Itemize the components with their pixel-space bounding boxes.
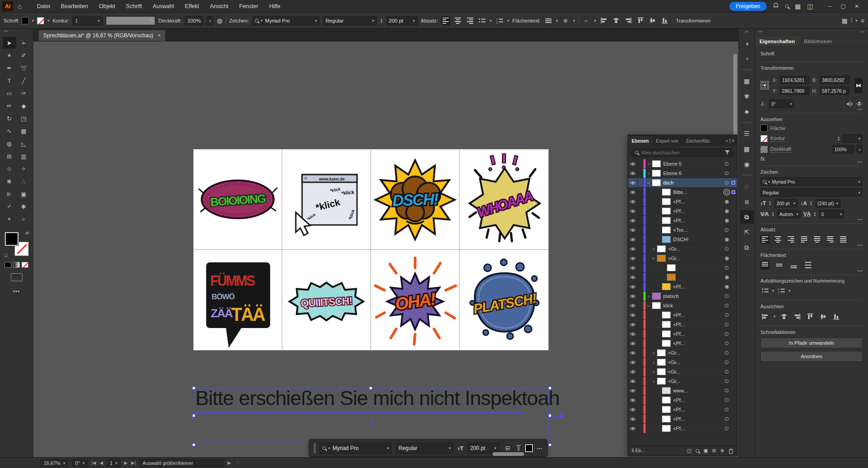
layer-name[interactable]: <Tex...	[673, 227, 723, 233]
visibility-eye-icon[interactable]	[628, 235, 638, 244]
target-circle-icon[interactable]	[723, 323, 731, 326]
drawing-mode-button[interactable]	[11, 273, 23, 281]
menu-hilfe[interactable]: Hilfe	[265, 1, 285, 11]
target-circle-icon[interactable]	[723, 190, 731, 194]
lock-column[interactable]	[638, 386, 643, 395]
layer-row-pf[interactable]: <Pf...	[628, 216, 737, 225]
layer-thumbnail[interactable]	[657, 378, 666, 385]
layer-row-gr[interactable]: ›<Gr...	[628, 377, 737, 386]
para-justify-center-button[interactable]	[813, 235, 822, 244]
visibility-eye-icon[interactable]	[628, 244, 638, 253]
canvas-text[interactable]: Bitte erschießen Sie mich nicht Inspekto…	[195, 387, 559, 410]
filter-funnel-icon[interactable]	[724, 150, 730, 155]
kontur-label[interactable]: Kontur	[770, 135, 785, 142]
para-align-right-button[interactable]	[787, 235, 796, 244]
symbol-sprayer-tool[interactable]: ❋	[3, 176, 16, 187]
props-collapse-left[interactable]: ««	[759, 30, 763, 35]
free-transform-tool[interactable]: ▦	[17, 125, 31, 137]
opacity-field[interactable]: 100%	[185, 16, 203, 25]
window-maximize-button[interactable]: ▢	[836, 0, 850, 12]
target-circle-icon[interactable]	[723, 332, 731, 336]
line-segment-tool[interactable]: ╱	[17, 75, 31, 86]
lock-column[interactable]	[638, 405, 643, 414]
new-sublayer-icon[interactable]: ⊞	[712, 448, 716, 454]
character-label[interactable]: Zeichen:	[229, 18, 249, 23]
layer-row-dsch[interactable]: ›dsch	[628, 178, 737, 188]
prop-align-hcenter-button[interactable]	[780, 312, 789, 321]
status-expand-icon[interactable]: ▶	[228, 460, 231, 465]
lock-column[interactable]	[638, 377, 643, 386]
layer-name[interactable]: <Gr...	[668, 246, 723, 252]
gradient-tool[interactable]: ▥	[17, 150, 31, 162]
control-menu-icon[interactable]: ≡	[861, 17, 864, 24]
artboard-tool[interactable]: ▣	[17, 188, 31, 200]
prop-align-top-button[interactable]	[806, 312, 815, 321]
layer-thumbnail[interactable]	[657, 255, 666, 262]
target-circle-icon[interactable]	[723, 294, 731, 298]
lock-column[interactable]	[638, 273, 643, 282]
align-vertical-middle-button[interactable]	[648, 16, 657, 25]
last-artboard-icon[interactable]: ▶|	[131, 460, 136, 465]
para-justify-right-button[interactable]	[826, 235, 835, 244]
tab-export-von[interactable]: Export von	[652, 136, 682, 145]
prop-align-bottom-button[interactable]	[832, 312, 841, 321]
stroke-color-swatch[interactable]	[37, 17, 44, 24]
layer-thumbnail[interactable]	[662, 217, 671, 224]
expand-arrow-icon[interactable]: ›	[646, 171, 652, 176]
make-mask-icon[interactable]: ▣	[703, 448, 708, 454]
toolbar-more-icon[interactable]: •••	[13, 288, 20, 295]
layer-row-pf[interactable]: <Pf...	[628, 197, 737, 207]
layer-thumbnail[interactable]	[652, 302, 661, 309]
layer-name[interactable]: platsch	[663, 293, 723, 299]
lock-column[interactable]	[638, 292, 643, 301]
expand-arrow-icon[interactable]: ›	[651, 256, 657, 261]
stroke-weight-label[interactable]: Kontur:	[53, 18, 69, 23]
width-input[interactable]: 3800,6292	[820, 76, 850, 84]
bullet-list-icon[interactable]	[760, 286, 769, 295]
taskbar-more-icon[interactable]: •••	[537, 446, 542, 450]
aussehen-more-icon[interactable]: •••	[858, 160, 863, 164]
home-icon[interactable]: ⌂	[18, 2, 22, 10]
target-circle-icon[interactable]	[723, 398, 731, 402]
layer-thumbnail[interactable]	[652, 160, 661, 167]
layer-row-pf[interactable]: <Pf...	[628, 282, 737, 292]
eraser-tool[interactable]: ◆	[17, 100, 31, 112]
layer-thumbnail[interactable]	[662, 406, 671, 413]
layer-thumbnail[interactable]	[652, 170, 661, 177]
layer-row-pf[interactable]: <Pf...	[628, 207, 737, 216]
scale-tool[interactable]: ◳	[17, 112, 31, 124]
lock-column[interactable]	[638, 358, 643, 367]
layer-thumbnail[interactable]	[662, 236, 671, 243]
visibility-eye-icon[interactable]	[628, 197, 638, 206]
layer-row-gr[interactable]: ›<Gr...	[628, 348, 737, 358]
target-circle-icon[interactable]	[723, 171, 731, 175]
transform-link[interactable]: Transformieren	[676, 18, 711, 23]
layer-thumbnail[interactable]	[662, 321, 671, 328]
prop-align-vcenter-button[interactable]	[819, 312, 828, 321]
menu-objekt[interactable]: Objekt	[95, 1, 120, 11]
para-justify-all-button[interactable]	[839, 235, 848, 244]
fill-dropdown-icon[interactable]: ▾	[32, 18, 34, 23]
layer-thumbnail[interactable]	[662, 387, 671, 394]
lock-column[interactable]	[638, 254, 643, 263]
canvas[interactable]: BOIOIOING www.kater.de *klick *klick *k	[33, 41, 738, 457]
lock-column[interactable]	[638, 159, 643, 168]
x-input[interactable]: 1924,5281	[780, 76, 809, 84]
gradient-mode-button[interactable]	[13, 262, 20, 268]
area-type-label[interactable]: Flächentext:	[512, 18, 541, 23]
rotate-angle-field[interactable]: 0°▾	[769, 99, 794, 108]
target-circle-icon[interactable]	[723, 162, 731, 166]
export-panel-icon[interactable]: ⇱	[740, 225, 754, 239]
shaper-tool[interactable]: ✏	[3, 100, 16, 112]
lock-column[interactable]	[638, 225, 643, 234]
visibility-eye-icon[interactable]	[628, 301, 638, 310]
para-align-left-button[interactable]	[760, 235, 769, 244]
layer-thumbnail[interactable]	[662, 207, 671, 215]
shape-builder-tool[interactable]: ◍	[3, 138, 16, 149]
layer-row-pf[interactable]: <Pf...	[628, 310, 737, 320]
artboard-cell-quiiitsch[interactable]: QUIIITSCH!	[282, 250, 371, 350]
color-panel-icon[interactable]: ◑	[740, 37, 754, 50]
artboard-cell-whoaaa[interactable]: WHOAAA	[460, 149, 548, 250]
measure-tool[interactable]: ⊹	[3, 163, 16, 175]
document-tab[interactable]: Sprechblasen.ai* @ 16,67 % (RGB/Vorschau…	[39, 30, 165, 41]
